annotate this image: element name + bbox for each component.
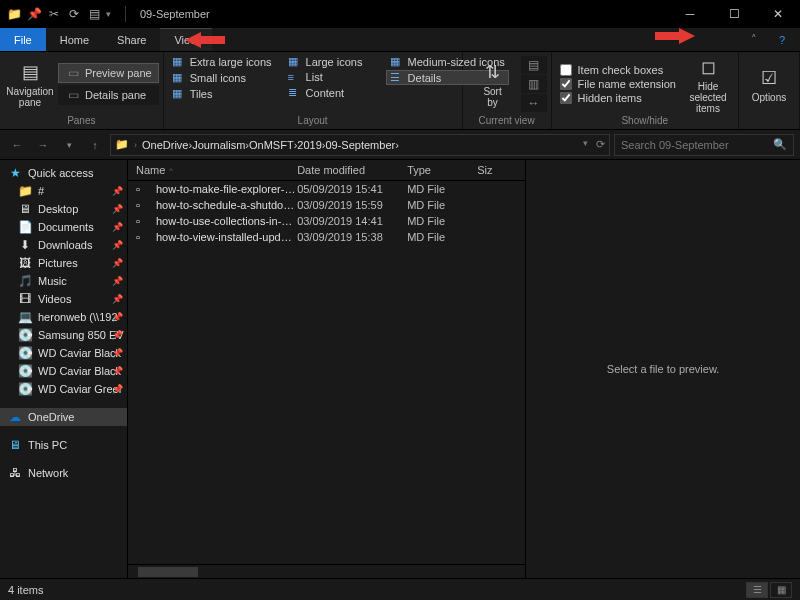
layout-tiles[interactable]: ▦Tiles xyxy=(168,86,276,101)
layout-list[interactable]: ≡List xyxy=(284,70,378,84)
minimize-button[interactable]: ─ xyxy=(668,0,712,28)
tab-home[interactable]: Home xyxy=(46,28,103,51)
sidebar-item[interactable]: 🎵Music📌 xyxy=(0,272,127,290)
tab-share[interactable]: Share xyxy=(103,28,160,51)
sidebar-item[interactable]: 🖼Pictures📌 xyxy=(0,254,127,272)
file-list: Name^ Date modified Type Siz ▫how-to-mak… xyxy=(128,160,525,578)
pin-icon: 📌 xyxy=(112,384,123,394)
size-columns-button[interactable]: ↔ xyxy=(521,94,547,112)
chevron-right-icon: › xyxy=(131,140,140,150)
history-dropdown-icon[interactable]: ▾ xyxy=(58,134,80,156)
details-icon: ☰ xyxy=(390,71,404,84)
breadcrumb-segment[interactable]: 09-September xyxy=(325,139,395,151)
window-title: 09-September xyxy=(140,8,210,20)
col-type[interactable]: Type xyxy=(407,164,477,176)
table-row[interactable]: ▫how-to-use-collections-in-microsoft-ed.… xyxy=(128,213,525,229)
pin-icon: 📌 xyxy=(112,222,123,232)
details-view-toggle[interactable]: ☰ xyxy=(746,582,768,598)
sidebar-item[interactable]: 💽WD Caviar Black📌 xyxy=(0,362,127,380)
sidebar-network[interactable]: 🖧Network xyxy=(0,464,127,482)
sidebar-item[interactable]: 💽WD Caviar Black📌 xyxy=(0,344,127,362)
item-icon: 📄 xyxy=(18,220,32,234)
hide-selected-button[interactable]: ◻ Hide selected items xyxy=(682,54,734,114)
hidden-items-toggle[interactable]: Hidden items xyxy=(560,92,676,104)
nav-pane-label: Navigation pane xyxy=(6,86,53,108)
cut-icon[interactable]: ✂ xyxy=(46,6,62,22)
breadcrumb-segment[interactable]: Journalism xyxy=(192,139,245,151)
help-icon[interactable]: ? xyxy=(772,34,792,46)
pin-icon: 📌 xyxy=(112,330,123,340)
search-box[interactable]: Search 09-September 🔍 xyxy=(614,134,794,156)
tab-view[interactable]: View xyxy=(160,28,212,51)
options-icon: ☑ xyxy=(755,66,783,90)
ribbon-group-current-view: ⇅ Sort by ▤ ▥ ↔ Current view xyxy=(463,52,552,129)
file-rows: ▫how-to-make-file-explorer-show-full-pa.… xyxy=(128,181,525,564)
chevron-right-icon[interactable]: › xyxy=(395,139,399,151)
dropdown-icon[interactable]: ▾ xyxy=(583,138,588,151)
breadcrumb-segment[interactable]: OnMSFT xyxy=(249,139,294,151)
layout-large[interactable]: ▦Large icons xyxy=(284,54,378,69)
group-label-current-view: Current view xyxy=(467,114,547,127)
properties-icon[interactable]: ▤ xyxy=(86,6,102,22)
file-icon: ▫ xyxy=(136,215,150,227)
sidebar-item[interactable]: 📁#📌 xyxy=(0,182,127,200)
ribbon-group-options: ☑ Options xyxy=(739,52,800,129)
layout-content[interactable]: ≣Content xyxy=(284,85,378,100)
item-checkboxes-toggle[interactable]: Item check boxes xyxy=(560,64,676,76)
col-name[interactable]: Name^ xyxy=(136,164,297,176)
pin-icon[interactable]: 📌 xyxy=(26,6,42,22)
horizontal-scrollbar[interactable] xyxy=(128,564,525,578)
layout-small[interactable]: ▦Small icons xyxy=(168,70,276,85)
tab-file[interactable]: File xyxy=(0,28,46,51)
sidebar-this-pc[interactable]: 🖥This PC xyxy=(0,436,127,454)
refresh-icon[interactable]: ⟳ xyxy=(66,6,82,22)
sidebar-item[interactable]: 💽Samsung 850 EV📌 xyxy=(0,326,127,344)
layout-extra-large[interactable]: ▦Extra large icons xyxy=(168,54,276,69)
add-columns-button[interactable]: ▥ xyxy=(521,75,547,93)
sidebar-item[interactable]: 🎞Videos📌 xyxy=(0,290,127,308)
table-row[interactable]: ▫how-to-make-file-explorer-show-full-pa.… xyxy=(128,181,525,197)
maximize-button[interactable]: ☐ xyxy=(712,0,756,28)
back-button[interactable]: ← xyxy=(6,134,28,156)
details-pane-label: Details pane xyxy=(85,89,146,101)
thumb-view-toggle[interactable]: ▦ xyxy=(770,582,792,598)
address-bar-row: ← → ▾ ↑ 📁 › OneDrive›Journalism›OnMSFT›2… xyxy=(0,130,800,160)
group-by-button[interactable]: ▤ xyxy=(521,56,547,74)
scroll-thumb[interactable] xyxy=(138,567,198,577)
sidebar-item[interactable]: ⬇Downloads📌 xyxy=(0,236,127,254)
group-label-show-hide: Show/hide xyxy=(556,114,734,127)
breadcrumb-segment[interactable]: 2019 xyxy=(297,139,321,151)
sidebar-item[interactable]: 📄Documents📌 xyxy=(0,218,127,236)
table-row[interactable]: ▫how-to-schedule-a-shutdown-in-windo...0… xyxy=(128,197,525,213)
layout-options: ▦Extra large icons ▦Small icons ▦Tiles ▦… xyxy=(168,54,458,110)
breadcrumb-segment[interactable]: OneDrive xyxy=(142,139,188,151)
options-button[interactable]: ☑ Options xyxy=(743,54,795,114)
col-size[interactable]: Siz xyxy=(477,164,517,176)
sidebar-item[interactable]: 💻heronweb (\\192📌 xyxy=(0,308,127,326)
sort-icon: ⇅ xyxy=(479,60,507,84)
qat-dropdown-icon[interactable]: ▾ xyxy=(106,9,115,19)
pin-icon: 📌 xyxy=(112,240,123,250)
sort-by-button[interactable]: ⇅ Sort by xyxy=(467,54,519,114)
refresh-icon[interactable]: ⟳ xyxy=(596,138,605,151)
sidebar-item[interactable]: 💽WD Caviar Greer📌 xyxy=(0,380,127,398)
navigation-pane-button[interactable]: ▤ Navigation pane xyxy=(4,54,56,114)
forward-button[interactable]: → xyxy=(32,134,54,156)
preview-message: Select a file to preview. xyxy=(607,363,720,375)
col-date[interactable]: Date modified xyxy=(297,164,407,176)
preview-pane-button[interactable]: ▭ Preview pane xyxy=(58,63,159,83)
options-label: Options xyxy=(752,92,786,103)
close-button[interactable]: ✕ xyxy=(756,0,800,28)
sidebar-quick-access[interactable]: ★Quick access xyxy=(0,164,127,182)
collapse-ribbon-icon[interactable]: ˄ xyxy=(744,33,764,46)
details-pane-button[interactable]: ▭ Details pane xyxy=(58,85,159,105)
breadcrumb: OneDrive›Journalism›OnMSFT›2019›09-Septe… xyxy=(142,139,399,151)
sidebar-onedrive[interactable]: ☁OneDrive xyxy=(0,408,127,426)
table-row[interactable]: ▫how-to-view-installed-updates-in-windo.… xyxy=(128,229,525,245)
up-button[interactable]: ↑ xyxy=(84,134,106,156)
address-bar[interactable]: 📁 › OneDrive›Journalism›OnMSFT›2019›09-S… xyxy=(110,134,610,156)
sidebar-item[interactable]: 🖥Desktop📌 xyxy=(0,200,127,218)
item-count: 4 items xyxy=(8,584,43,596)
file-extensions-toggle[interactable]: File name extension xyxy=(560,78,676,90)
hide-label: Hide selected items xyxy=(682,81,734,114)
